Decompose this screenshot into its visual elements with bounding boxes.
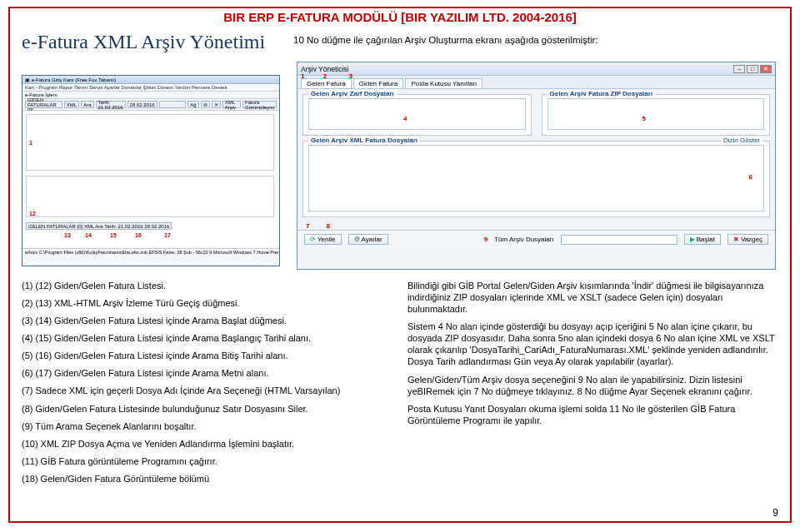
rn-4: 4 [403,115,407,122]
tab-gelen[interactable]: Gelen Fatura [301,78,352,88]
l-p5: (5) (16) Giden/Gelen Fatura Listesi için… [22,350,392,361]
cancel-icon: ✖ [733,236,739,243]
rn-6: 6 [749,173,752,181]
right-footer: ⟳ Yenile ⚙ Ayarlar 9 Tüm Arşiv Dosyaları… [298,230,775,248]
tb-viewer[interactable]: Fatura Görüntüleyici [242,101,277,108]
r-p1: Bilindiği gibi GİB Portal Gelen/Giden Ar… [408,280,778,315]
col-left: (1) (12) Giden/Gelen Fatura Listesi. (2)… [22,280,392,490]
group-xml-label: Gelen Arşiv XML Fatura Dosyaları [308,137,420,144]
ln-1: 1 [29,140,32,146]
left-titlebar: ▣ e-Fatura Giriş Kartı (Free Fox Tabanlı… [22,76,279,84]
l-p8: (8) Giden/Gelen Fatura Listesinde bulund… [22,403,392,415]
settings-label: Ayarlar [362,236,382,243]
tab-giden[interactable]: Giden Fatura [353,78,404,88]
ln-17: 17 [164,232,171,238]
left-win-title: e-Fatura Giriş Kartı (Free Fox Tabanlı) [32,77,117,82]
tb-search[interactable] [159,101,187,108]
group-zarf: Gelen Arşiv Zarf Dosyaları 4 [302,94,532,136]
ln-16: 16 [135,232,142,238]
ln-15: 15 [110,232,117,238]
rn-8: 8 [326,222,329,230]
left-body: 1 18 12 GELEN FATURALAR [0] XML Ara Tari… [22,111,279,248]
tb-ara[interactable]: Ara [81,101,93,108]
play-icon: ▶ [690,236,695,243]
text-columns: (1) (12) Giden/Gelen Fatura Listesi. (2)… [22,280,778,490]
l-p4: (4) (15) Giden/Gelen Fatura Listesi için… [22,332,392,344]
col-right: Bilindiği gibi GİB Portal Gelen/Giden Ar… [408,280,778,490]
refresh-icon: ⟳ [310,236,316,243]
right-titlebar: Arşiv Yöneticisi – □ ✕ [298,62,775,76]
group-zip: Gelen Arşiv Fatura ZIP Dosyaları 5 [542,94,771,136]
right-row1: Gelen Arşiv Zarf Dosyaları 4 Gelen Arşiv… [298,89,775,141]
r-p2: Sistem 4 No alan içinde gösterdiği bu do… [408,321,778,367]
tb-clear[interactable]: ✕ [212,101,221,108]
l-p7: (7) Sadece XML için geçerli Dosya Adı İç… [22,385,392,396]
combo-label: Tüm Arşiv Dosyaları [494,236,554,243]
left-menu[interactable]: Kart - Program Rapor Tanım Servis Ayarla… [22,84,279,92]
l-p1: (1) (12) Giden/Gelen Fatura Listesi. [22,280,392,291]
ln-13: 13 [64,232,71,238]
start-label: Başlat [697,236,715,243]
right-nums-78: 7 8 [298,222,775,230]
tb2-gelen[interactable]: GELEN FATURALAR [0] XML Ara Tarih: 21.02… [26,222,172,230]
l-p3: (3) (14) Giden/Gelen Fatura Listesi için… [22,315,392,326]
window-controls: – □ ✕ [733,65,772,73]
max-icon[interactable]: □ [747,65,758,73]
l-p9: (9) Tüm Arama Seçenek Alanlarını boşaltı… [22,420,392,432]
rn-5: 5 [642,115,646,122]
r-p3: Gelen/Giden/Tüm Arşiv dosya seçeneğini 9… [408,374,778,397]
l-p2: (2) (13) XML-HTML Arşiv İzleme Türü Geçi… [22,297,392,309]
list-zip[interactable] [548,98,765,130]
screenshot-left: ▣ e-Fatura Giriş Kartı (Free Fox Tabanlı… [22,75,280,266]
grid-top[interactable] [26,114,274,171]
group-xml: Gelen Arşiv XML Fatura Dosyaları Dizin G… [302,141,770,217]
intro-text: 10 No düğme ile çağırılan Arşiv Oluşturm… [293,35,768,45]
grid-mid[interactable] [26,176,274,217]
tb-xml[interactable]: XML [64,101,79,108]
screenshots-row: ▣ e-Fatura Giriş Kartı (Free Fox Tabanlı… [22,58,778,275]
refresh-button[interactable]: ⟳ Yenile [304,234,342,245]
l-p10: (10) XML ZIP Dosya Açma ve Yeniden Adlan… [22,438,392,450]
rn-7: 7 [306,222,309,230]
tb-del[interactable]: ⊘ [201,101,210,108]
tab-posta[interactable]: Posta Kutusu Yanıtları [405,78,482,88]
header-band: BIR ERP E-FATURA MODÜLÜ [BIR YAZILIM LTD… [22,8,778,27]
close-icon[interactable]: ✕ [760,65,772,73]
tb-date2[interactable]: 28.02.2016 [128,101,158,108]
right-tabs: 1 2 3 Gelen Fatura Giden Fatura Posta Ku… [298,76,775,89]
tb-arsiv[interactable]: XML Arşiv [222,101,241,108]
window-icon: ▣ [25,77,30,82]
right-win-title: Arşiv Yöneticisi [301,65,348,73]
l-p6: (6) (17) Giden/Gelen Fatura Listesi için… [22,367,392,379]
l-p11: (11) GİB Fatura görüntüleme Programını ç… [22,455,392,467]
r-p4: Posta Kutusu Yanıt Dosyaları okuma işlem… [408,403,778,426]
list-xml[interactable] [308,145,764,211]
tb-giden[interactable]: GİDEN FATURALAR [0] [25,101,62,108]
refresh-label: Yenile [318,236,336,243]
left-toolbar2: GELEN FATURALAR [0] XML Ara Tarih: 21.02… [26,222,274,230]
page-number: 9 [772,507,778,519]
group-zarf-label: Gelen Arşiv Zarf Dosyaları [308,90,397,97]
ln-14: 14 [85,232,92,238]
l-p12: (18) Gelen/Giden Fatura Görüntüleme bölü… [22,473,392,485]
cancel-label: Vazgeç [741,236,762,243]
cancel-button[interactable]: ✖ Vazgeç [728,234,768,245]
list-zarf[interactable] [308,98,526,130]
group-zip-label: Gelen Arşiv Fatura ZIP Dosyaları [548,90,656,97]
left-tabstrip[interactable]: e-Fatura İşlem [22,92,279,99]
min-icon[interactable]: – [733,65,745,73]
tb-date1[interactable]: Tarih: 21.02.2016 [96,101,126,108]
rn-9: 9 [484,236,488,243]
archive-combo[interactable] [561,235,678,245]
left-statusbar: eArşiv C:\Program Files (x86)\KolayFatur… [22,248,279,256]
tb-ag[interactable]: Ağ [188,101,198,108]
dizin-link[interactable]: Dizin Göster [721,137,762,144]
start-button[interactable]: ▶ Başlat [684,234,721,245]
ln-12: 12 [29,211,36,216]
left-toolbar: GİDEN FATURALAR [0] XML Ara Tarih: 21.02… [22,99,279,111]
gear-icon: ⚙ [354,236,360,243]
settings-button[interactable]: ⚙ Ayarlar [348,234,388,245]
screenshot-right: Arşiv Yöneticisi – □ ✕ 1 2 3 Gelen Fatur… [297,62,776,270]
page-frame: BIR ERP E-FATURA MODÜLÜ [BIR YAZILIM LTD… [8,7,792,523]
